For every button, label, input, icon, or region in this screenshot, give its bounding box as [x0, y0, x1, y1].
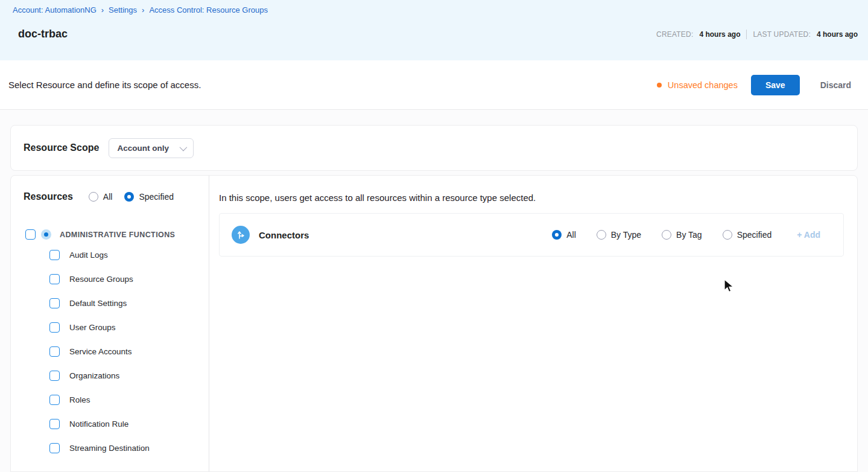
connectors-option-by-type[interactable]: By Type [597, 230, 641, 240]
connectors-access-radio-group: All By Type By Tag Specified [552, 230, 771, 240]
resource-group-administrative-functions[interactable]: ADMINISTRATIVE FUNCTIONS [25, 229, 209, 240]
checkbox-icon[interactable] [49, 395, 60, 405]
chevron-down-icon [179, 143, 187, 151]
unsaved-changes-indicator: Unsaved changes [657, 80, 738, 90]
resources-mode-radio-group: All Specified [89, 192, 174, 202]
checkbox-icon[interactable] [49, 322, 60, 333]
resource-scope-value: Account only [117, 144, 169, 153]
checkbox-icon[interactable] [25, 229, 36, 240]
last-updated-label: LAST UPDATED: [753, 30, 811, 39]
unsaved-changes-label: Unsaved changes [668, 80, 738, 90]
resource-item-label: Service Accounts [69, 347, 132, 356]
meta-divider [746, 30, 747, 39]
resources-mode-specified-label: Specified [139, 192, 174, 202]
content-area: Resource Scope Account only Resources Al… [0, 110, 868, 472]
resources-mode-all[interactable]: All [89, 192, 113, 202]
resource-item-label: Notification Rule [69, 419, 128, 429]
checkbox-icon[interactable] [49, 443, 60, 453]
connectors-option-all-label: All [566, 230, 576, 240]
resource-scope-card: Resource Scope Account only [10, 125, 858, 171]
resource-scope-label: Resource Scope [24, 142, 99, 153]
breadcrumb-settings-link[interactable]: Settings [109, 5, 137, 14]
radio-selected-icon[interactable] [124, 192, 134, 202]
discard-button[interactable]: Discard [813, 75, 858, 95]
resources-mode-all-label: All [103, 192, 113, 202]
resource-item-label: Streaming Destination [69, 444, 150, 453]
connectors-row: Connectors All By Type By Tag [219, 213, 844, 257]
resource-item-label: User Groups [69, 323, 116, 332]
created-value: 4 hours ago [699, 30, 740, 39]
save-button[interactable]: Save [751, 75, 800, 95]
connectors-option-specified[interactable]: Specified [723, 230, 772, 240]
resources-sidebar: Resources All Specified ADMINIST [11, 176, 209, 471]
breadcrumb-separator-icon: › [101, 5, 104, 14]
resource-item-label: Resource Groups [69, 275, 133, 284]
page-title: doc-trbac [13, 28, 68, 40]
radio-unselected-icon[interactable] [723, 230, 732, 240]
radio-unselected-icon[interactable] [89, 192, 98, 202]
resource-item-user-groups[interactable]: User Groups [49, 315, 209, 339]
resource-tree: ADMINISTRATIVE FUNCTIONS Audit Logs Reso… [11, 202, 209, 460]
resource-item-default-settings[interactable]: Default Settings [49, 291, 209, 315]
breadcrumb: Account: AutomationNG › Settings › Acces… [13, 4, 858, 14]
scope-detail-panel: In this scope, users get access to all r… [209, 176, 857, 471]
resource-item-service-accounts[interactable]: Service Accounts [49, 339, 209, 363]
resource-item-resource-groups[interactable]: Resource Groups [49, 267, 209, 291]
page-header: Account: AutomationNG › Settings › Acces… [0, 0, 868, 60]
scope-note: In this scope, users get access to all r… [219, 193, 844, 203]
resource-scope-dropdown[interactable]: Account only [109, 138, 194, 158]
connectors-label: Connectors [259, 230, 309, 240]
breadcrumb-separator-icon: › [142, 5, 144, 14]
breadcrumb-access-control-link[interactable]: Access Control: Resource Groups [149, 5, 268, 14]
checkbox-icon[interactable] [49, 346, 60, 357]
last-updated-value: 4 hours ago [817, 30, 858, 39]
toolbar-description: Select Resource and define its scope of … [8, 80, 201, 90]
checkbox-icon[interactable] [49, 419, 60, 429]
resource-group-label: ADMINISTRATIVE FUNCTIONS [60, 231, 175, 239]
resource-item-organizations[interactable]: Organizations [49, 363, 209, 387]
unsaved-dot-icon [657, 83, 662, 88]
connectors-option-all[interactable]: All [552, 230, 576, 240]
category-dot-icon [41, 229, 51, 240]
resource-item-streaming-destination[interactable]: Streaming Destination [49, 436, 209, 460]
resources-card: Resources All Specified ADMINIST [10, 175, 858, 472]
toolbar: Select Resource and define its scope of … [0, 60, 868, 110]
header-meta: CREATED: 4 hours ago LAST UPDATED: 4 hou… [656, 30, 858, 39]
radio-unselected-icon[interactable] [597, 230, 606, 240]
resource-item-label: Roles [69, 395, 90, 404]
resource-item-label: Audit Logs [69, 250, 108, 260]
resource-item-audit-logs[interactable]: Audit Logs [49, 243, 209, 267]
radio-unselected-icon[interactable] [662, 230, 671, 240]
resources-title: Resources [24, 191, 73, 202]
checkbox-icon[interactable] [49, 298, 60, 308]
resource-item-label: Default Settings [69, 299, 127, 308]
checkbox-icon[interactable] [49, 371, 60, 381]
connectors-option-by-type-label: By Type [611, 230, 641, 240]
add-button[interactable]: + Add [797, 230, 820, 240]
created-label: CREATED: [656, 30, 693, 39]
resource-item-notification-rule[interactable]: Notification Rule [49, 412, 209, 436]
checkbox-icon[interactable] [49, 250, 60, 260]
breadcrumb-account-link[interactable]: Account: AutomationNG [13, 5, 97, 14]
radio-selected-icon[interactable] [552, 230, 562, 240]
connectors-option-by-tag-label: By Tag [676, 230, 702, 240]
resources-mode-specified[interactable]: Specified [124, 192, 174, 202]
resource-item-label: Organizations [69, 371, 119, 380]
checkbox-icon[interactable] [49, 274, 60, 284]
connectors-option-by-tag[interactable]: By Tag [662, 230, 702, 240]
resource-item-roles[interactable]: Roles [49, 387, 209, 412]
connectors-icon [232, 226, 250, 244]
connectors-option-specified-label: Specified [737, 230, 772, 240]
